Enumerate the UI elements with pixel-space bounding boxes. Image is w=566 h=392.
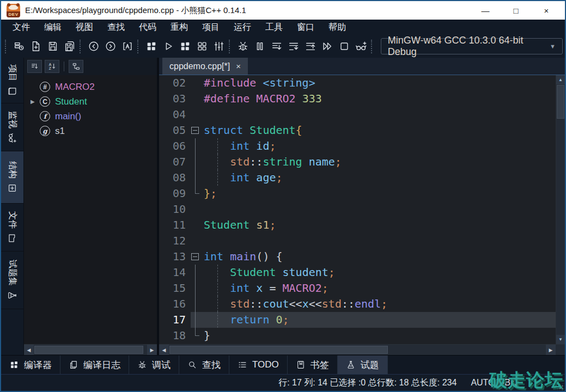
tree-item-MACRO2[interactable]: #MACRO2 xyxy=(24,79,157,94)
bottom-tab-编译器[interactable]: 编译器 xyxy=(1,356,60,374)
code-line-05[interactable]: 05struct Student{ xyxy=(159,122,556,138)
code-text[interactable] xyxy=(200,201,556,217)
line-number[interactable]: 04 xyxy=(159,107,191,122)
tab-close-icon[interactable]: × xyxy=(236,62,241,70)
sidebar-tab-结构[interactable]: 结构 xyxy=(1,151,23,204)
toolbar-drag-handle[interactable] xyxy=(80,40,82,53)
scroll-left-icon[interactable]: ◀ xyxy=(159,345,169,355)
bottom-tab-查找[interactable]: 查找 xyxy=(179,356,229,374)
compile-button[interactable] xyxy=(143,38,160,55)
forward-button[interactable] xyxy=(102,38,119,55)
code-text[interactable]: std::cout<<x<<std::endl; xyxy=(200,296,556,312)
editor-vscrollbar[interactable]: ▲ ▼ xyxy=(556,75,565,344)
code-line-04[interactable]: 04 xyxy=(159,107,556,122)
fold-gutter[interactable] xyxy=(191,249,200,265)
show-inherited-button[interactable] xyxy=(69,60,83,73)
run-button[interactable] xyxy=(160,38,177,55)
code-text[interactable]: } xyxy=(200,328,556,344)
line-number[interactable]: 18 xyxy=(159,328,191,344)
expand-arrow-icon[interactable]: ▶ xyxy=(31,99,40,105)
menu-item-7[interactable]: 运行 xyxy=(227,20,258,35)
line-number[interactable]: 06 xyxy=(159,138,191,154)
rebuild-button[interactable] xyxy=(193,38,210,55)
line-number[interactable]: 14 xyxy=(159,265,191,280)
code-line-18[interactable]: 18} xyxy=(159,328,556,344)
close-button[interactable]: × xyxy=(531,1,562,20)
tree-item-s1[interactable]: gs1 xyxy=(24,124,157,138)
save-button[interactable] xyxy=(44,38,61,55)
scroll-left-icon[interactable]: ◀ xyxy=(24,345,34,355)
code-line-14[interactable]: 14 Student student; xyxy=(159,265,556,280)
fold-collapse-icon[interactable] xyxy=(191,253,199,260)
code-text[interactable]: std::string name; xyxy=(200,154,556,170)
line-number[interactable]: 16 xyxy=(159,296,191,312)
save-all-button[interactable] xyxy=(61,38,78,55)
menu-item-1[interactable]: 编辑 xyxy=(37,20,69,35)
code-text[interactable]: Student student; xyxy=(200,265,556,280)
find-in-files-button[interactable] xyxy=(119,38,136,55)
new-file-button[interactable] xyxy=(27,38,44,55)
maximize-button[interactable]: □ xyxy=(501,1,531,20)
open-button[interactable] xyxy=(10,38,27,55)
panel-hscroll-track[interactable] xyxy=(34,345,147,355)
code-line-06[interactable]: 06 int id; xyxy=(159,138,556,154)
compiler-set-select[interactable]: MinGW-w64 GCC 10.3.0 64-bit Debug ▼ xyxy=(381,38,563,54)
minimize-button[interactable]: — xyxy=(470,1,501,20)
code-text[interactable]: #include <string> xyxy=(200,75,556,91)
editor-hscrollbar[interactable]: ◀ ▶ xyxy=(159,344,565,355)
sidebar-tab-监视[interactable]: 监视 xyxy=(1,103,23,151)
line-number[interactable]: 09 xyxy=(159,186,191,201)
line-number[interactable]: 17 xyxy=(159,312,191,328)
code-line-11[interactable]: 11Student s1; xyxy=(159,217,556,233)
scroll-right-icon[interactable]: ▶ xyxy=(147,345,157,355)
scroll-up-icon[interactable]: ▲ xyxy=(556,75,565,84)
line-number[interactable]: 08 xyxy=(159,170,191,186)
vscroll-track[interactable] xyxy=(556,119,565,335)
line-number[interactable]: 13 xyxy=(159,249,191,265)
toolbar-drag-handle[interactable] xyxy=(371,40,374,53)
code-text[interactable] xyxy=(200,107,556,122)
code-text[interactable]: Student s1; xyxy=(200,217,556,233)
line-number[interactable]: 07 xyxy=(159,154,191,170)
menu-item-8[interactable]: 工具 xyxy=(258,20,290,35)
code-line-10[interactable]: 10 xyxy=(159,201,556,217)
code-text[interactable]: struct Student{ xyxy=(200,122,556,138)
editor-hscroll-thumb[interactable] xyxy=(169,346,388,354)
code-text[interactable]: #define MACRO2 333 xyxy=(200,91,556,107)
bottom-tab-TODO[interactable]: TODO xyxy=(229,356,288,374)
code-line-08[interactable]: 08 int age; xyxy=(159,170,556,186)
scroll-down-icon[interactable]: ▼ xyxy=(556,335,565,344)
stop-button[interactable] xyxy=(336,38,352,55)
add-watch-button[interactable] xyxy=(352,38,369,55)
menu-item-9[interactable]: 窗口 xyxy=(290,20,321,35)
back-button[interactable] xyxy=(85,38,102,55)
bottom-tab-编译日志[interactable]: 编译日志 xyxy=(60,356,129,374)
vscroll-thumb[interactable] xyxy=(557,85,564,119)
sidebar-tab-项目[interactable]: 项目 xyxy=(1,58,23,103)
menu-item-6[interactable]: 项目 xyxy=(195,20,227,35)
toolbar-drag-handle[interactable] xyxy=(229,40,232,53)
tree-item-main()[interactable]: fmain() xyxy=(24,109,157,124)
editor-tab-cppdemo[interactable]: cppdemo.cpp[*] × xyxy=(162,58,248,75)
step-into-button[interactable] xyxy=(285,38,302,55)
editor-hscroll-track[interactable] xyxy=(169,345,546,355)
code-text[interactable]: int x = MACRO2; xyxy=(200,280,556,296)
toolbar-drag-handle[interactable] xyxy=(137,40,140,53)
line-number[interactable]: 12 xyxy=(159,233,191,249)
menu-item-0[interactable]: 文件 xyxy=(5,20,37,35)
code-text[interactable]: int id; xyxy=(200,138,556,154)
line-number[interactable]: 10 xyxy=(159,201,191,217)
panel-hscroll-thumb[interactable] xyxy=(34,346,143,354)
sidebar-tab-文件[interactable]: 文件 xyxy=(1,204,23,252)
code-line-13[interactable]: 13int main() { xyxy=(159,249,556,265)
line-number[interactable]: 02 xyxy=(159,75,191,91)
code-line-07[interactable]: 07 std::string name; xyxy=(159,154,556,170)
fold-collapse-icon[interactable] xyxy=(191,127,199,134)
code-text[interactable]: int main() { xyxy=(200,249,556,265)
line-number[interactable]: 03 xyxy=(159,91,191,107)
code-text[interactable]: return 0; xyxy=(200,312,556,328)
menu-item-5[interactable]: 重构 xyxy=(163,20,195,35)
code-line-09[interactable]: 09}; xyxy=(159,186,556,201)
options-button[interactable] xyxy=(210,38,227,55)
continue-button[interactable] xyxy=(319,38,336,55)
